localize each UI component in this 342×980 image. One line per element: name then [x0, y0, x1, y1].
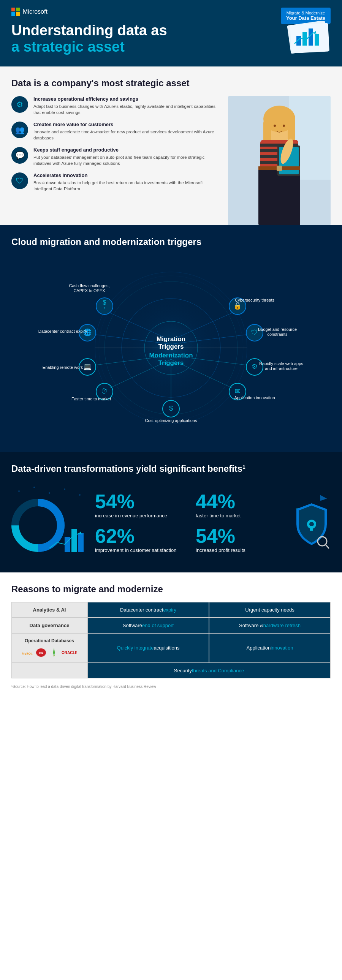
- svg-point-94: [309, 522, 314, 527]
- benefits-chart-svg: [11, 484, 87, 560]
- svg-text:Migration: Migration: [157, 336, 186, 343]
- reason-integrate-acquisitions[interactable]: Quickly integrate acquisitions: [87, 633, 209, 663]
- benefits-title: Data-driven transformations yield signif…: [11, 463, 331, 474]
- svg-text:Datacenter contract expiry: Datacenter contract expiry: [38, 329, 87, 334]
- svg-text:🔒: 🔒: [233, 302, 242, 310]
- reason-software-hardware-refresh[interactable]: Software & hardware refresh: [209, 617, 331, 633]
- strategic-item-1: 👥 Creates more value for customers Innov…: [11, 122, 220, 141]
- innovation-icon: 🛡: [11, 172, 28, 189]
- customers-body: Innovate and accelerate time-to-market f…: [33, 129, 220, 141]
- svg-text:Cash flow challenges,: Cash flow challenges,: [69, 283, 110, 288]
- svg-text:Cybersecurity threats: Cybersecurity threats: [235, 298, 274, 302]
- strategic-section: Data is a company's most strategic asset…: [0, 67, 342, 225]
- person-illustration: [228, 96, 331, 225]
- svg-rect-95: [310, 526, 313, 531]
- staff-heading: Keeps staff engaged and productive: [33, 147, 220, 153]
- svg-rect-18: [258, 168, 300, 225]
- svg-line-97: [326, 545, 329, 548]
- svg-text:⚙: ⚙: [251, 363, 258, 370]
- svg-text:$: $: [169, 404, 173, 412]
- svg-point-24: [274, 124, 276, 127]
- category-governance: Data governance: [11, 617, 87, 633]
- innovation-body: Break down data silos to help get the be…: [33, 180, 220, 192]
- stat-3: 54% increased profit results: [196, 526, 285, 553]
- svg-point-82: [64, 488, 65, 490]
- category-analytics: Analytics & AI: [11, 602, 87, 617]
- category-empty: [11, 663, 87, 678]
- mysql-logo: MySQL: [22, 648, 33, 657]
- strategic-item-2: 💬 Keeps staff engaged and productive Put…: [11, 147, 220, 166]
- reason-security-threats[interactable]: Security threats and Compliance: [87, 663, 331, 678]
- staff-icon: 💬: [11, 147, 28, 164]
- reason-datacenter-expiry[interactable]: Datacenter contract expiry: [87, 602, 209, 617]
- svg-text:💻: 💻: [83, 363, 92, 371]
- svg-rect-5: [315, 34, 319, 46]
- customers-text: Creates more value for customers Innovat…: [33, 122, 220, 141]
- reason-urgent-capacity[interactable]: Urgent capacity needs: [209, 602, 331, 617]
- stat-label-3: increased profit results: [196, 547, 285, 553]
- svg-point-25: [283, 124, 285, 127]
- shield-illustration: [293, 492, 331, 553]
- svg-text:CAPEX to OPEX: CAPEX to OPEX: [73, 288, 105, 293]
- operational-db-label: Operational Databases: [25, 638, 74, 643]
- svg-text:Budget and resource: Budget and resource: [258, 327, 297, 332]
- customers-heading: Creates more value for customers: [33, 122, 220, 127]
- svg-text:Faster time to market: Faster time to market: [72, 396, 111, 401]
- header-illustration: [255, 21, 331, 63]
- svg-text:🍃: 🍃: [53, 654, 56, 656]
- reason-software-end-support[interactable]: Software end of support: [87, 617, 209, 633]
- stat-percent-2: 62%: [95, 526, 184, 546]
- strategic-photo: [228, 96, 331, 225]
- svg-text:✉: ✉: [235, 387, 240, 395]
- mongodb-icon: 🍃: [49, 647, 59, 658]
- svg-text:constraints: constraints: [267, 332, 288, 337]
- oracle-icon: ORACLE: [62, 649, 77, 656]
- svg-text:MySQL: MySQL: [22, 652, 33, 655]
- svg-text:ORACLE: ORACLE: [62, 651, 77, 655]
- svg-point-83: [79, 494, 81, 496]
- svg-point-81: [49, 492, 50, 494]
- migration-title: Cloud migration and modernization trigge…: [11, 237, 331, 247]
- stat-percent-3: 54%: [196, 526, 285, 546]
- svg-rect-89: [78, 533, 84, 552]
- efficiency-body: Adapt fast to business changes with Azur…: [33, 103, 220, 116]
- stat-0: 54% increase in revenue performance: [95, 492, 184, 519]
- svg-text:SQL: SQL: [39, 652, 44, 654]
- benefits-content: 54% increase in revenue performance 44% …: [11, 484, 331, 561]
- stat-percent-0: 54%: [95, 492, 184, 511]
- svg-rect-87: [65, 537, 70, 552]
- reasons-grid: Analytics & AI Datacenter contract expir…: [11, 602, 331, 678]
- efficiency-heading: Increases operational efficiency and sav…: [33, 96, 220, 102]
- svg-text:🛡: 🛡: [251, 329, 258, 336]
- migration-section: Cloud migration and modernization trigge…: [0, 225, 342, 452]
- svg-rect-23: [277, 165, 282, 171]
- benefits-stats: 54% increase in revenue performance 44% …: [95, 492, 285, 553]
- strategic-item-0: ⚙ Increases operational efficiency and s…: [11, 96, 220, 116]
- svg-point-26: [276, 135, 282, 138]
- stat-label-2: improvement in customer satisfaction: [95, 547, 184, 553]
- strategic-items: ⚙ Increases operational efficiency and s…: [11, 96, 220, 225]
- svg-text:⏱: ⏱: [101, 387, 108, 395]
- reasons-title: Reasons to migrate and modernize: [11, 584, 331, 595]
- shield-svg: [293, 492, 331, 553]
- badge-line1: Migrate & Modernize: [286, 11, 325, 15]
- ms-grid-icon: [11, 8, 20, 16]
- header: Microsoft Migrate & Modernize Your Data …: [0, 0, 342, 67]
- strategic-title: Data is a company's most strategic asset: [11, 78, 331, 89]
- strategic-item-3: 🛡 Accelerates Innovation Break down data…: [11, 172, 220, 192]
- customers-icon: 👥: [11, 122, 28, 138]
- svg-text:$: $: [103, 299, 107, 306]
- innovation-text: Accelerates Innovation Break down data s…: [33, 172, 220, 192]
- stat-percent-1: 44%: [196, 492, 285, 511]
- svg-point-80: [33, 487, 35, 488]
- reason-app-innovation[interactable]: Application innovation: [209, 633, 331, 663]
- logo-text: Microsoft: [23, 8, 48, 15]
- reasons-section: Reasons to migrate and modernize Analyti…: [0, 573, 342, 700]
- strategic-content: ⚙ Increases operational efficiency and s…: [11, 96, 331, 225]
- migration-diagram: Migration Triggers Modernization Trigger…: [11, 257, 331, 439]
- svg-marker-92: [318, 495, 327, 502]
- staff-text: Keeps staff engaged and productive Put y…: [33, 147, 220, 166]
- oracle-logo: ORACLE: [62, 649, 77, 656]
- svg-text:Cost-optimizing applications: Cost-optimizing applications: [145, 418, 197, 423]
- stat-label-0: increase in revenue performance: [95, 513, 184, 519]
